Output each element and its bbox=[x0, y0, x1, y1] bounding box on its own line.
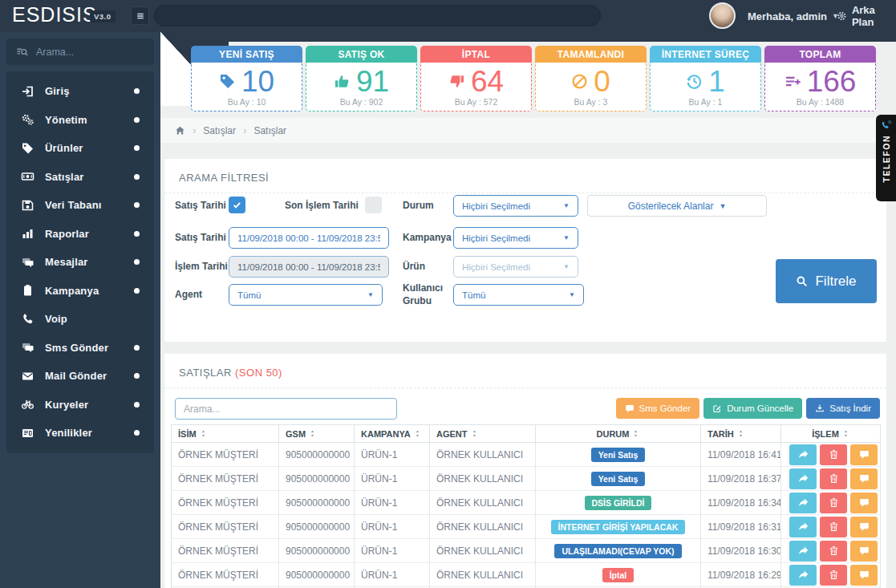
column-header-durum[interactable]: DURUM bbox=[536, 425, 701, 443]
background-menu[interactable]: Arka Plan bbox=[837, 0, 896, 32]
stat-card-body: 91Bu Ay : 902 bbox=[306, 63, 417, 112]
visible-fields-dropdown[interactable]: Gösterilecek Alanlar ▼ bbox=[587, 195, 767, 217]
delete-action-button[interactable] bbox=[820, 468, 847, 489]
column-header-i-si-m[interactable]: İSİM bbox=[172, 425, 279, 443]
sidebar-item-label: Kuryeler bbox=[45, 399, 88, 411]
column-label: İSİM bbox=[178, 429, 197, 439]
sidebar-toggle-button[interactable] bbox=[131, 6, 149, 25]
comment-action-button[interactable] bbox=[850, 444, 878, 465]
sidebar-item-urunler[interactable]: Ürünler bbox=[6, 134, 154, 163]
home-icon[interactable] bbox=[175, 125, 185, 136]
table-row: ÖRNEK MÜŞTERİ905000000000ÜRÜN-1ÖRNEK KUL… bbox=[172, 539, 881, 563]
tarih-cell: 11/09/2018 16:37 bbox=[701, 467, 781, 491]
phone-tab[interactable]: TELEFON bbox=[876, 115, 896, 201]
sidebar-item-yonetim[interactable]: Yönetim bbox=[6, 106, 154, 135]
campaign-select[interactable]: Hiçbiri Seçilmedi ▼ bbox=[453, 227, 578, 249]
islem-cell bbox=[781, 515, 881, 539]
isim-cell: ÖRNEK MÜŞTERİ bbox=[172, 491, 279, 515]
tarih-cell: 11/09/2018 16:34 bbox=[701, 491, 781, 515]
agent-cell: ÖRNEK KULLANICI bbox=[430, 467, 536, 491]
column-header-tari-h[interactable]: TARİH bbox=[701, 425, 781, 443]
forward-action-button[interactable] bbox=[789, 468, 817, 489]
durum-guncelle-button[interactable]: Durum Güncelle bbox=[703, 398, 802, 419]
agent-label: Agent bbox=[175, 289, 202, 300]
dot-indicator bbox=[134, 202, 140, 208]
satis-i-ndir-button[interactable]: Satış İndir bbox=[806, 398, 880, 419]
durum-cell: DSİS GİRİLDİ bbox=[536, 491, 701, 515]
forward-action-button[interactable] bbox=[789, 565, 817, 586]
column-header-kampanya[interactable]: KAMPANYA bbox=[355, 425, 430, 443]
sale-date-range-input[interactable] bbox=[229, 227, 389, 249]
phone-tab-label: TELEFON bbox=[882, 135, 891, 183]
comment-icon bbox=[859, 521, 870, 532]
column-header-i-slem[interactable]: İŞLEM bbox=[781, 425, 881, 443]
sidebar-item-kampanya[interactable]: Kampanya bbox=[6, 277, 154, 306]
user-group-label: Kullanıcı Grubu bbox=[403, 282, 448, 307]
sale-date-checkbox[interactable] bbox=[229, 197, 245, 213]
product-select: Hiçbiri Seçilmedi ▼ bbox=[453, 256, 578, 278]
tarih-cell: 11/09/2018 16:31 bbox=[701, 515, 781, 539]
sidebar-item-label: Yönetim bbox=[45, 114, 87, 126]
gsm-cell: 905000000000 bbox=[279, 467, 355, 491]
user-menu[interactable]: Merhaba, admin ▼ bbox=[748, 0, 839, 32]
user-group-select[interactable]: Tümü ▼ bbox=[453, 284, 584, 306]
sales-search-input[interactable] bbox=[175, 398, 397, 420]
comment-action-button[interactable] bbox=[850, 541, 878, 562]
durum-cell: İNTERNET GİRİŞİ YAPILACAK bbox=[536, 515, 701, 539]
comment-action-button[interactable] bbox=[850, 517, 878, 537]
sidebar-item-veri-tabani[interactable]: Veri Tabanı bbox=[6, 191, 154, 220]
stat-card-title: İPTAL bbox=[420, 46, 532, 63]
trash-icon bbox=[829, 521, 839, 532]
forward-action-button[interactable] bbox=[789, 517, 817, 537]
global-search-input[interactable] bbox=[154, 5, 601, 26]
last-op-date-checkbox[interactable] bbox=[365, 197, 382, 213]
sidebar-menu: GirişYönetimÜrünlerSatışlarVeri TabanıRa… bbox=[6, 71, 154, 453]
forward-action-button[interactable] bbox=[789, 444, 817, 465]
sort-icon bbox=[200, 429, 207, 438]
delete-action-button[interactable] bbox=[820, 541, 847, 562]
stat-card-value: 166 bbox=[807, 67, 857, 96]
sidebar-item-satislar[interactable]: Satışlar bbox=[6, 163, 154, 192]
sidebar-item-voip[interactable]: Voip bbox=[6, 305, 154, 334]
gsm-cell: 905000000000 bbox=[279, 515, 355, 539]
dot-indicator bbox=[134, 231, 140, 237]
sidebar-item-kuryeler[interactable]: Kuryeler bbox=[6, 391, 154, 420]
sidebar-search-input[interactable]: Arama... bbox=[6, 39, 154, 65]
forward-action-button[interactable] bbox=[789, 493, 817, 513]
sms-gonder-button[interactable]: Sms Gönder bbox=[616, 398, 700, 419]
sidebar-item-sms-gonder[interactable]: Sms Gönder bbox=[6, 334, 154, 363]
comment-action-button[interactable] bbox=[850, 493, 878, 513]
avatar[interactable] bbox=[709, 2, 736, 29]
filter-button[interactable]: Filtrele bbox=[776, 259, 877, 303]
delete-action-button[interactable] bbox=[820, 565, 847, 586]
delete-action-button[interactable] bbox=[820, 444, 847, 465]
sidebar-item-giris[interactable]: Giriş bbox=[6, 77, 154, 106]
delete-action-button[interactable] bbox=[820, 517, 847, 537]
last-op-date-check-label: Son İşlem Tarihi bbox=[285, 200, 359, 211]
column-header-gsm[interactable]: GSM bbox=[279, 425, 355, 443]
agent-select[interactable]: Tümü ▼ bbox=[229, 284, 383, 306]
sidebar-item-mesajlar[interactable]: Mesajlar bbox=[6, 248, 154, 277]
sign-in-icon bbox=[21, 85, 34, 98]
sidebar-item-label: Voip bbox=[45, 313, 67, 325]
stat-card-month: Bu Ay : 3 bbox=[574, 97, 608, 107]
status-select[interactable]: Hiçbiri Seçilmedi ▼ bbox=[453, 195, 578, 217]
breadcrumb-satislar-1[interactable]: Satışlar bbox=[203, 125, 236, 136]
search-icon bbox=[796, 275, 808, 287]
column-header-agent[interactable]: AGENT bbox=[430, 425, 536, 443]
dot-indicator bbox=[134, 402, 140, 408]
breadcrumb-satislar-2[interactable]: Satışlar bbox=[253, 125, 286, 136]
comment-action-button[interactable] bbox=[850, 565, 878, 586]
sidebar-item-raporlar[interactable]: Raporlar bbox=[6, 220, 154, 249]
comment-action-button[interactable] bbox=[850, 468, 878, 489]
sidebar-item-label: Giriş bbox=[45, 85, 70, 97]
caret-down-icon: ▼ bbox=[563, 202, 570, 209]
stat-card-value: 64 bbox=[471, 67, 504, 96]
sidebar-item-yenilikler[interactable]: Yenilikler bbox=[6, 419, 154, 448]
delete-action-button[interactable] bbox=[820, 493, 847, 513]
forward-action-button[interactable] bbox=[789, 541, 817, 562]
isim-cell: ÖRNEK MÜŞTERİ bbox=[172, 443, 279, 467]
table-row: ÖRNEK MÜŞTERİ905000000000ÜRÜN-1ÖRNEK KUL… bbox=[172, 443, 881, 467]
sidebar-item-mail-gonder[interactable]: Mail Gönder bbox=[6, 362, 154, 391]
trash-icon bbox=[829, 473, 839, 484]
